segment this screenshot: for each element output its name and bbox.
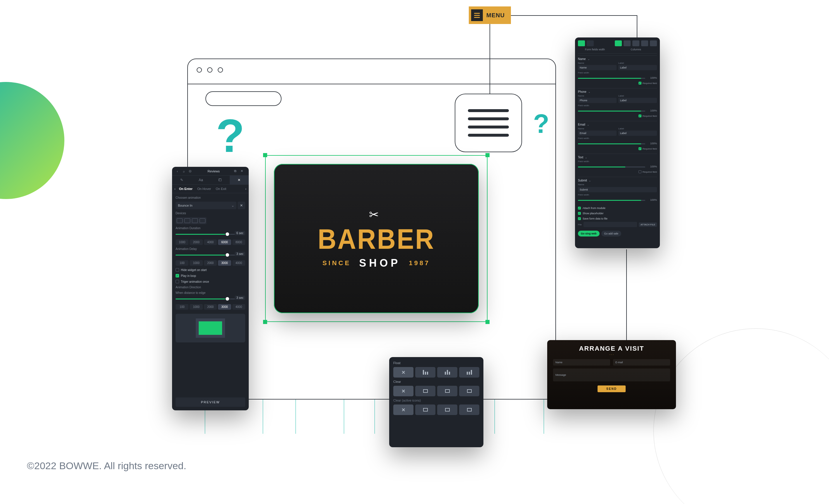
clear-active-right[interactable] [459, 404, 479, 415]
column-swatch[interactable] [633, 40, 639, 46]
arrange-email-input[interactable]: E-mail [613, 359, 670, 366]
pill[interactable]: 1000 [190, 304, 203, 310]
required-toggle[interactable]: ✓Required field [578, 147, 657, 150]
tab-layout[interactable]: ⧠ [210, 176, 230, 184]
field-name-input[interactable]: Name [578, 65, 617, 70]
column-swatch[interactable] [650, 40, 657, 46]
copy-icon[interactable]: ⧉ [233, 169, 238, 174]
pill[interactable]: 4000 [232, 304, 245, 310]
check-trigger-once[interactable]: Triger animation once [176, 280, 245, 283]
pill[interactable]: 100 [176, 260, 188, 266]
clear-active-left[interactable] [415, 404, 435, 415]
pill[interactable]: 4000 [204, 240, 217, 245]
clear-both[interactable] [437, 386, 457, 396]
section-header[interactable]: Name⌄ [578, 58, 657, 61]
field-width-slider[interactable]: 100% [578, 199, 657, 203]
section-header[interactable]: Email⌄ [578, 123, 657, 126]
section-header[interactable]: Submit⌄ [578, 179, 657, 182]
close-icon[interactable]: ✕ [239, 169, 244, 174]
field-label-input[interactable]: Label [618, 98, 657, 103]
go-signup-button[interactable]: Go sing web [578, 230, 600, 237]
pill[interactable]: 4000 [232, 260, 245, 266]
required-toggle[interactable]: ✓Required field [578, 82, 657, 84]
subtab-on-enter[interactable]: On Enter [178, 186, 194, 191]
resize-handle[interactable] [485, 320, 490, 324]
field-name-input[interactable]: Phone [578, 98, 617, 103]
edge-slider[interactable]: 3 sec [176, 297, 245, 301]
float-none[interactable]: ✕ [393, 367, 413, 377]
device-phone[interactable] [200, 218, 206, 223]
field-label-input[interactable]: Label [618, 131, 657, 136]
duration-slider[interactable]: 6 sec [176, 232, 245, 237]
clear-active-both[interactable] [437, 404, 457, 415]
arrange-name-input[interactable]: Name [553, 359, 610, 366]
resize-handle[interactable] [485, 153, 490, 157]
check-save-to-file[interactable]: ✓Save form data to file [578, 217, 657, 220]
float-right[interactable] [459, 367, 479, 377]
subtab-on-hover[interactable]: On Hover [196, 186, 212, 191]
resize-handle[interactable] [263, 320, 267, 324]
preview-button[interactable]: PREVIEW [176, 397, 245, 407]
check-show-placeholder[interactable]: ✓Show placeholder [578, 212, 657, 215]
hamburger-widget[interactable] [455, 94, 522, 152]
layout-swatch[interactable] [587, 40, 594, 46]
menu-badge[interactable]: MENU [469, 6, 511, 24]
column-swatch[interactable] [641, 40, 648, 46]
arrange-message-input[interactable]: Message [553, 368, 670, 382]
layout-swatch[interactable] [578, 40, 585, 46]
pill[interactable]: 3000 [218, 304, 231, 310]
file-path-input[interactable] [583, 222, 637, 227]
required-toggle[interactable]: ✓Required field [578, 114, 657, 117]
check-hide-on-start[interactable]: Hide widget on start [176, 268, 245, 272]
pill[interactable]: 8000 [232, 240, 245, 245]
column-swatch[interactable] [623, 40, 630, 46]
field-name-input[interactable]: Email [578, 131, 617, 136]
go-add-sale-button[interactable]: Go add sale [601, 230, 621, 237]
send-button[interactable]: SEND [598, 386, 626, 392]
resize-handle[interactable] [263, 153, 267, 157]
search-icon[interactable]: ⌕ [181, 169, 186, 174]
column-swatch[interactable] [615, 40, 622, 46]
target-icon[interactable]: ◎ [188, 169, 192, 174]
float-center[interactable] [437, 367, 457, 377]
delay-slider[interactable]: 3 sec [176, 253, 245, 257]
pill[interactable]: 1000 [176, 240, 188, 245]
clear-right[interactable] [459, 386, 479, 396]
field-label-input[interactable]: Label [618, 65, 657, 70]
pill[interactable]: 2000 [190, 240, 203, 245]
section-header[interactable]: Phone⌄ [578, 90, 657, 94]
chevron-right-icon[interactable]: › [245, 187, 246, 190]
field-width-slider[interactable]: 100% [578, 165, 657, 169]
pill[interactable]: 1000 [190, 260, 203, 266]
pill[interactable]: 2000 [204, 304, 217, 310]
field-width-slider[interactable]: 100% [578, 142, 657, 146]
pill[interactable]: 6000 [218, 240, 231, 245]
device-laptop[interactable] [184, 218, 190, 223]
submit-name-input[interactable]: Submit [578, 187, 657, 192]
required-toggle[interactable]: Required field [578, 170, 657, 173]
clear-left[interactable] [415, 386, 435, 396]
device-desktop[interactable] [177, 218, 183, 223]
direction-preview[interactable] [176, 314, 245, 343]
animation-select[interactable]: Bounce In ⌄ [176, 202, 237, 209]
pill[interactable]: 3000 [218, 260, 231, 266]
tab-text[interactable]: Aa [191, 176, 211, 184]
pill[interactable]: 100 [176, 304, 188, 310]
check-play-loop[interactable]: ✓Play in loop [176, 274, 245, 278]
back-icon[interactable]: ‹ [175, 169, 180, 174]
pill[interactable]: 2000 [204, 260, 217, 266]
device-tablet[interactable] [192, 218, 198, 223]
clear-animation-button[interactable]: ✕ [238, 202, 245, 209]
field-width-slider[interactable]: 100% [578, 109, 657, 113]
chevron-left-icon[interactable]: ‹ [174, 187, 176, 190]
subtab-on-exit[interactable]: On Exit [215, 186, 227, 191]
float-left[interactable] [415, 367, 435, 377]
clear-none[interactable]: ✕ [393, 386, 413, 396]
field-width-slider[interactable]: 100% [578, 76, 657, 80]
attach-file-button[interactable]: ATTACH FILE [639, 222, 657, 227]
tab-brush[interactable]: ✎ [172, 176, 191, 184]
clear-active-none[interactable]: ✕ [393, 404, 413, 415]
tab-shuffle[interactable]: ✕ [230, 176, 249, 184]
check-attach-module[interactable]: ✓Attach from module [578, 207, 657, 210]
section-header[interactable]: Text⌄ [578, 156, 657, 159]
